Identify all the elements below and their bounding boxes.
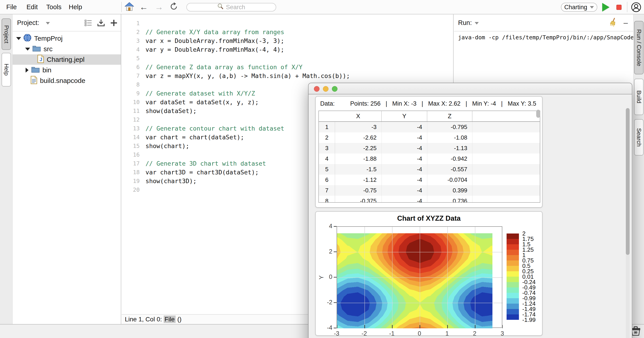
code-line[interactable]: 1 bbox=[122, 19, 453, 28]
table-row[interactable]: 5-1.5-4-0.557 bbox=[319, 164, 540, 175]
code-line[interactable]: 6// Generate Z data array as function of… bbox=[122, 63, 453, 72]
tree-item-charting-jepl[interactable]: J Charting.jepl bbox=[12, 54, 121, 65]
account-button[interactable] bbox=[631, 2, 641, 12]
tree-item-label: build.snapcode bbox=[40, 77, 85, 85]
home-button[interactable] bbox=[124, 0, 135, 14]
collapse-panel-button[interactable]: – bbox=[624, 18, 628, 27]
code-text: // Generate contour chart with dataset bbox=[146, 124, 284, 133]
window-minimize-button[interactable] bbox=[323, 86, 328, 92]
play-icon bbox=[602, 3, 610, 12]
account-icon bbox=[631, 9, 641, 13]
run-panel-title: Run: bbox=[458, 14, 472, 31]
window-close-button[interactable] bbox=[314, 86, 320, 92]
menu-tools[interactable]: Tools bbox=[43, 0, 65, 14]
table-row[interactable]: 6-1.12-4-0.0704 bbox=[319, 175, 540, 185]
line-number: 8 bbox=[122, 80, 140, 89]
data-label: Data: bbox=[320, 100, 335, 107]
contour-canvas bbox=[337, 227, 503, 328]
code-line[interactable]: 7var z = mapXY(x, y, (a,b) -> Math.sin(a… bbox=[122, 72, 453, 80]
value-cell: -4 bbox=[382, 143, 427, 154]
table-column-header[interactable]: Y bbox=[382, 111, 427, 121]
run-chevron-icon[interactable] bbox=[475, 22, 479, 25]
run-panel-header: Run: – bbox=[454, 14, 633, 32]
colorbar-band bbox=[506, 239, 519, 244]
table-column-header[interactable]: Z bbox=[427, 111, 472, 121]
window-scrollbar-thumb[interactable] bbox=[626, 108, 630, 255]
window-scrollbar[interactable] bbox=[626, 108, 630, 338]
tab-run-console[interactable]: Run / Console bbox=[634, 21, 644, 74]
refresh-button[interactable] bbox=[168, 0, 180, 14]
run-config-label: Charting bbox=[564, 4, 587, 11]
value-cell: -4 bbox=[382, 185, 427, 196]
window-zoom-button[interactable] bbox=[332, 86, 338, 92]
table-column-header[interactable]: X bbox=[335, 111, 382, 121]
code-line[interactable]: 4var y = DoubleArray.fromMinMax(-4, 4); bbox=[122, 45, 453, 54]
tab-build[interactable]: Build bbox=[634, 79, 644, 115]
colorbar-band bbox=[506, 314, 519, 320]
x-tick-label: 3 bbox=[493, 330, 511, 337]
y-tick-mark bbox=[334, 226, 336, 227]
menu-edit[interactable]: Edit bbox=[23, 0, 41, 14]
code-text: var dataSet = dataSet(x, y, z); bbox=[146, 98, 259, 107]
line-number: 15 bbox=[122, 142, 140, 150]
tree-item-build-snapcode[interactable]: build.snapcode bbox=[12, 76, 121, 86]
tab-project[interactable]: Project bbox=[2, 19, 11, 50]
tree-item-tempproj[interactable]: TempProj bbox=[12, 33, 121, 44]
colorbar-band bbox=[506, 271, 519, 277]
stop-button[interactable] bbox=[616, 5, 622, 10]
download-icon[interactable] bbox=[97, 19, 105, 28]
table-row[interactable]: 2-2.62-4-1.08 bbox=[319, 132, 540, 143]
table-row[interactable]: 3-2.25-4-1.13 bbox=[319, 143, 540, 154]
code-line[interactable]: 2// Generate X/Y data array from ranges bbox=[122, 28, 453, 37]
line-number: 12 bbox=[122, 115, 140, 124]
tree-item-src[interactable]: src bbox=[12, 44, 121, 54]
value-cell: -1.88 bbox=[335, 154, 382, 164]
home-icon bbox=[124, 2, 134, 12]
table-row[interactable]: 8-0.375-40.736 bbox=[319, 196, 540, 203]
tree-item-bin[interactable]: bin bbox=[12, 65, 121, 75]
clear-console-broom-icon[interactable] bbox=[609, 18, 617, 28]
disclosure-closed-icon[interactable] bbox=[26, 68, 28, 73]
back-button[interactable]: ← bbox=[138, 0, 150, 14]
value-cell: -0.0704 bbox=[427, 175, 472, 185]
tree-item-label: TempProj bbox=[34, 35, 63, 42]
table-scrollbar-thumb[interactable] bbox=[536, 110, 540, 118]
forward-button[interactable]: → bbox=[153, 0, 165, 14]
search-input[interactable]: Search bbox=[186, 3, 276, 12]
menu-help[interactable]: Help bbox=[66, 0, 85, 14]
java-file-icon: J bbox=[37, 55, 44, 65]
chevron-down-icon bbox=[590, 6, 594, 9]
tab-help[interactable]: Help bbox=[2, 53, 11, 87]
code-line[interactable]: 3var x = DoubleArray.fromMinMax(-3, 3); bbox=[122, 37, 453, 45]
output-window[interactable]: Data: Points: 256 | Min X: -3 | Max X: 2… bbox=[308, 83, 632, 338]
search-icon bbox=[217, 3, 224, 11]
dataset-table[interactable]: XYZ1-3-4-0.7952-2.62-4-1.083-2.25-4-1.13… bbox=[318, 111, 540, 203]
table-row[interactable]: 1-3-4-0.795 bbox=[319, 122, 540, 132]
disclosure-open-icon[interactable] bbox=[16, 37, 21, 40]
add-file-icon[interactable] bbox=[110, 19, 118, 28]
x-tick-label: 1 bbox=[438, 330, 456, 337]
project-panel: Project: bbox=[12, 14, 121, 324]
forward-arrow-icon: → bbox=[155, 3, 163, 11]
tree-view-icon[interactable] bbox=[84, 19, 92, 28]
value-cell: -4 bbox=[382, 122, 427, 132]
code-text: show(chart3D); bbox=[146, 177, 197, 185]
table-row[interactable]: 4-1.88-4-0.942 bbox=[319, 154, 540, 164]
menu-file[interactable]: File bbox=[3, 0, 20, 14]
disclosure-open-icon[interactable] bbox=[25, 48, 30, 51]
status-suffix: () bbox=[176, 316, 182, 323]
value-cell: -0.75 bbox=[335, 185, 382, 196]
code-line[interactable]: 5 bbox=[122, 54, 453, 63]
document-icon bbox=[30, 76, 37, 86]
contour-plot[interactable] bbox=[336, 226, 502, 328]
run-config-dropdown[interactable]: Charting bbox=[561, 3, 597, 12]
dataset-stats: Points: 256 | Min X: -3 | Max X: 2.62 | … bbox=[350, 100, 536, 107]
run-button[interactable] bbox=[602, 3, 611, 12]
value-cell: -0.942 bbox=[427, 154, 472, 164]
code-text: var z = mapXY(x, y, (a,b) -> Math.sin(a)… bbox=[146, 72, 350, 80]
colorbar-band bbox=[506, 309, 519, 314]
table-row[interactable]: 7-0.75-40.399 bbox=[319, 185, 540, 196]
window-titlebar[interactable] bbox=[308, 83, 632, 94]
tab-search[interactable]: Search bbox=[634, 119, 644, 156]
project-chevron-icon[interactable] bbox=[46, 22, 50, 25]
